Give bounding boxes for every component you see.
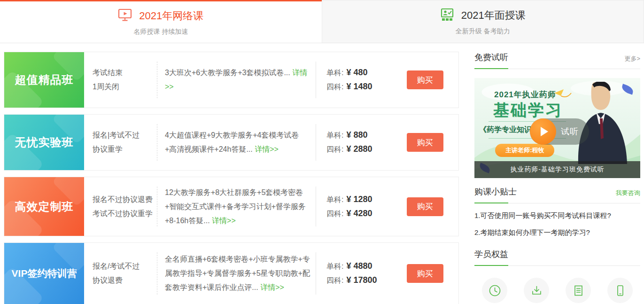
price-label: 单科: [326,195,343,203]
clock-icon [482,278,507,303]
tab-online-subtitle: 名师授课 持续加速 [133,28,188,36]
course-badge: 无忧实验班 [4,115,84,170]
course-card-gaoxiao: 高效定制班 报名不过协议退费 考试不过协议重学 12大教学服务+8大社群服务+5… [4,177,459,236]
course-list: 超值精品班 考试结束 1周关闭 3大班次+6大教学服务+3套模拟试卷... 详情… [4,52,459,304]
video-caption: 执业药师-基础学习班免费试听 [474,161,640,178]
course-features: 全名师直播+6套模考密卷+小班专属教学+专属教学指导+专属督学服务+5星专职助教… [157,243,316,304]
course-features: 3大班次+6大教学服务+3套模拟试卷... 详情>> [157,52,316,108]
tips-title: 购课小贴士 [474,186,517,197]
course-name: 高效定制班 [15,199,74,214]
play-label: 试听 [561,126,579,137]
download-icon [524,278,549,303]
price-single: ¥ 4880 [346,261,372,271]
buy-button[interactable]: 购买 [407,133,443,152]
features-text: 全名师直播+6套模考密卷+小班专属教学+专属教学指导+专属督学服务+5星专职助教… [165,255,310,291]
course-card-vip: VIP签约特训营 报名/考试不过 协议退费 全名师直播+6套模考密卷+小班专属教… [4,242,459,304]
consult-link[interactable]: 我要咨询 [616,189,640,197]
status-line: 考试结束 [93,66,153,80]
tab-offline-course[interactable]: 2021年面授课 全新升级 备考助力 [322,0,644,43]
course-card-wuyou: 无忧实验班 报名|考试不过 协议重学 4大超值课程+9大教学服务+4套模考试卷+… [4,114,459,171]
teacher-name-pill: 主讲老师:程牧 [495,144,554,157]
course-prices: 单科:¥ 480 四科:¥ 1480 [316,52,391,108]
buy-button[interactable]: 购买 [407,70,443,89]
play-trial-button[interactable]: 试听 [530,118,589,145]
price-multi: ¥ 1480 [346,82,372,91]
tab-online-course[interactable]: 2021年网络课 名师授课 持续加速 [0,0,322,43]
price-single: ¥ 480 [346,68,367,77]
free-trial-title: 免费试听 [474,52,508,63]
course-badge: 高效定制班 [4,177,84,236]
main-content: 超值精品班 考试结束 1周关闭 3大班次+6大教学服务+3套模拟试卷... 详情… [0,43,644,304]
price-label: 四科: [326,145,343,153]
classroom-icon [440,8,454,23]
benefit-open-time[interactable]: 开课时间 [475,278,514,304]
course-name: 无忧实验班 [15,135,74,150]
course-prices: 单科:¥ 1280 四科:¥ 4280 [316,177,391,236]
benefits-row: 开课时间 免费下载 续 [474,278,640,304]
course-features: 4大超值课程+9大教学服务+4套模考试卷+高清视频课件+24h答疑... 详情>… [157,115,316,170]
benefit-close-time[interactable]: 关课时间 [601,278,639,304]
detail-link[interactable]: 详情>> [255,145,279,153]
detail-link[interactable]: 详情>> [260,283,284,291]
tab-offline-subtitle: 全新升级 备考助力 [456,27,510,36]
price-label: 单科: [326,131,343,139]
buy-button[interactable]: 购买 [407,197,443,216]
features-text: 4大超值课程+9大教学服务+4套模考试卷+高清视频课件+24h答疑... [165,131,299,153]
trial-video-thumbnail[interactable]: 2021年执业药师 基础学习 《药学专业知识(一)》 主讲老师:程牧 试听 执业… [474,78,640,178]
course-status: 报名不过协议退费 考试不过协议重学 [84,177,157,236]
benefit-renewal-policy[interactable]: 续学政策 [559,278,597,304]
detail-link[interactable]: 详情>> [212,217,236,225]
status-line: 报名/考试不过 [93,259,153,273]
benefits-title: 学员权益 [474,249,508,260]
status-line: 报名|考试不过 [93,128,153,142]
benefit-free-download[interactable]: 免费下载 [517,278,556,304]
free-trial-header: 免费试听 更多> [474,52,640,69]
price-single: ¥ 880 [346,130,367,140]
price-multi: ¥ 2880 [346,144,372,154]
tips-header: 购课小贴士 我要咨询 [474,186,640,203]
course-features: 12大教学服务+8大社群服务+5套模考密卷+智能交互式课件+备考学习计划+督学服… [157,177,316,236]
play-icon [530,118,556,145]
course-prices: 单科:¥ 4880 四科:¥ 17800 [316,243,391,304]
status-line: 协议重学 [93,142,153,156]
price-single: ¥ 1280 [346,195,372,204]
tab-offline-label: 2021年面授课 [461,8,526,23]
tip-item[interactable]: 1.可否使用同一账号购买不同考试科目课程? [474,211,640,220]
status-line: 报名不过协议退费 [93,193,153,207]
course-status: 报名|考试不过 协议重学 [84,115,157,170]
price-multi: ¥ 17800 [346,275,377,285]
price-label: 单科: [326,262,343,270]
course-status: 报名/考试不过 协议退费 [84,243,157,304]
course-badge: 超值精品班 [4,52,84,108]
purchase-tips-section: 购课小贴士 我要咨询 1.可否使用同一账号购买不同考试科目课程? 2.考期结束如… [474,186,640,237]
benefits-header: 学员权益 [474,249,640,266]
price-label: 四科: [326,210,343,218]
price-label: 单科: [326,69,343,77]
buy-button[interactable]: 购买 [407,264,443,283]
status-line: 协议退费 [93,273,153,288]
status-line: 考试不过协议重学 [93,207,153,221]
features-text: 3大班次+6大教学服务+3套模拟试卷... [165,69,292,77]
course-prices: 单科:¥ 880 四科:¥ 2880 [316,115,391,170]
phone-icon [607,278,633,303]
monitor-play-icon [118,8,132,23]
more-link[interactable]: 更多> [624,55,640,63]
course-type-tabs: 2021年网络课 名师授课 持续加速 2021年面授课 全新升级 备考助力 [0,0,644,43]
price-label: 四科: [326,83,343,91]
price-multi: ¥ 4280 [346,209,372,218]
course-badge: VIP签约特训营 [4,243,84,304]
status-line: 1周关闭 [93,80,153,94]
course-status: 考试结束 1周关闭 [84,52,157,108]
tab-online-label: 2021年网络课 [139,9,203,23]
document-icon [566,278,591,303]
course-card-chaozhi: 超值精品班 考试结束 1周关闭 3大班次+6大教学服务+3套模拟试卷... 详情… [4,52,459,108]
sidebar: 免费试听 更多> 2021年执业药师 基 [474,52,640,304]
price-label: 四科: [326,276,343,284]
video-title-year: 2021年执业药师 [494,89,556,100]
course-name: VIP签约特训营 [12,267,77,280]
tip-item[interactable]: 2.考期结束如何办理下一考期的学习? [474,228,640,237]
course-name: 超值精品班 [15,72,74,87]
paper-plane-icon [553,88,572,104]
